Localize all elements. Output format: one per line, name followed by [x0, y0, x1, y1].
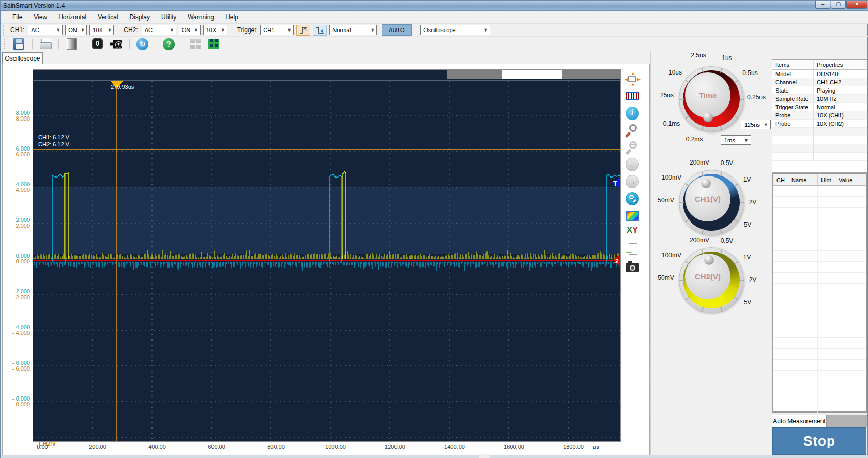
trigger-mode-select[interactable]: Normal▼: [329, 25, 377, 35]
waveform-plot[interactable]: 279.93us CH1: 6.12 V CH2: 6.12 V T 2: [33, 69, 621, 442]
export-button[interactable]: →: [625, 242, 640, 258]
chevron-down-icon: ▼: [369, 27, 376, 33]
menu-view[interactable]: View: [28, 11, 53, 23]
y-tick-ch2: - 4.000: [5, 330, 30, 336]
rising-edge-icon: [299, 25, 308, 35]
knob-tick: [734, 115, 738, 119]
info-icon: i: [626, 107, 639, 120]
measurement-cell: [818, 349, 835, 359]
knob-tick: [734, 183, 738, 187]
grid-view-button[interactable]: [207, 38, 220, 50]
measurement-cell: [835, 240, 866, 250]
status-grip[interactable]: [479, 454, 490, 458]
refresh-button[interactable]: ↻: [136, 38, 149, 50]
toolbar-grip[interactable]: [3, 25, 5, 35]
menu-warnning[interactable]: Warnning: [182, 11, 220, 23]
menu-file[interactable]: File: [7, 11, 28, 23]
measurement-cell: [788, 381, 818, 392]
measurement-cell: [788, 251, 818, 261]
print-button[interactable]: [39, 38, 52, 50]
maximize-button[interactable]: ▢: [831, 1, 846, 9]
property-item: [772, 144, 814, 152]
ch1-volts-knob[interactable]: CH1(V): [679, 170, 744, 235]
record-button[interactable]: [110, 38, 123, 50]
measurement-cell: [788, 284, 818, 294]
forward-arrow-icon: →: [626, 175, 639, 188]
trigger-mode-value: Normal: [332, 27, 351, 33]
time-knob-label: Time: [699, 91, 717, 100]
minus-glyph: [631, 144, 635, 145]
device-mode-select[interactable]: Oscilloscope▼: [420, 25, 490, 35]
save-button[interactable]: [12, 38, 26, 50]
display-button[interactable]: [65, 38, 79, 50]
chevron-down-icon: ▼: [482, 27, 490, 33]
stop-button[interactable]: Stop: [772, 427, 866, 455]
menu-vertical[interactable]: Vertical: [92, 11, 124, 23]
falling-edge-button[interactable]: [313, 25, 327, 36]
sample-display-button[interactable]: [625, 88, 640, 104]
measurement-cell: [773, 338, 788, 348]
properties-row: ChannelCH1 CH2: [772, 78, 867, 86]
ch1-coupling-select[interactable]: AC▼: [28, 25, 63, 35]
property-value: 10X (CH1): [814, 111, 867, 119]
measurement-cell: [835, 381, 866, 392]
measurement-cell: [835, 208, 866, 218]
measurement-cell: [818, 186, 835, 196]
separator: [85, 39, 85, 49]
pan-scrollbar-thumb[interactable]: [502, 70, 562, 79]
menu-help[interactable]: Help: [220, 11, 244, 23]
menu-utility[interactable]: Utility: [156, 11, 182, 23]
counter-reset-button[interactable]: 0: [92, 38, 105, 50]
ch1-probe-select[interactable]: 10X▼: [89, 25, 114, 35]
measurement-cell: [773, 186, 788, 196]
knob-tick: [685, 219, 689, 223]
channel-trigger-toolbar: CH1: AC▼ ON▼ 10X▼ CH2: AC▼ ON▼ 10X▼ Trig…: [1, 24, 868, 37]
history-back-button[interactable]: ←: [625, 157, 640, 172]
ch2-volts-knob[interactable]: CH2(V): [679, 247, 744, 313]
table-view-button[interactable]: [189, 38, 202, 50]
auto-button[interactable]: AUTO: [382, 24, 412, 36]
time-knob-scale-label: 0.1ms: [663, 120, 680, 127]
ch1-state-select[interactable]: ON▼: [65, 25, 87, 35]
zoom-in-button[interactable]: [625, 123, 640, 138]
screenshot-button[interactable]: [625, 259, 640, 275]
properties-row: [772, 153, 867, 161]
info-button[interactable]: i: [625, 106, 640, 121]
knob-tick: [740, 99, 744, 100]
tab-auto-measurement[interactable]: Auto Measurement: [772, 415, 827, 427]
ch2-coupling-select[interactable]: AC▼: [142, 25, 176, 35]
help-button[interactable]: ?: [162, 38, 176, 50]
xy-mode-button[interactable]: XY: [625, 225, 640, 241]
measurement-cell: [835, 218, 866, 229]
time-knob[interactable]: Time: [679, 66, 744, 131]
color-palette-button[interactable]: [625, 208, 640, 224]
ch2-knob-scale-label: 2V: [749, 276, 757, 284]
title-bar: SainSmart Version 1.4 – ▢ ×: [1, 1, 868, 11]
tab-oscilloscope[interactable]: Oscilloscope: [2, 52, 43, 64]
menu-display[interactable]: Display: [124, 11, 156, 23]
property-item: Probe: [772, 111, 814, 119]
minimize-button[interactable]: –: [815, 1, 830, 9]
ch2-state-select[interactable]: ON▼: [179, 25, 201, 35]
history-forward-button[interactable]: →: [625, 174, 640, 189]
measurement-cell: [773, 273, 788, 283]
menu-horizontal[interactable]: Horizontal: [53, 11, 92, 23]
time-fine-select[interactable]: 125ns▼: [741, 120, 771, 129]
measurement-cell: [788, 262, 818, 272]
rising-edge-button[interactable]: [296, 25, 310, 36]
help-icon: ?: [163, 38, 175, 50]
measurement-cell: [773, 262, 788, 272]
ch2-probe-select[interactable]: 10X▼: [203, 25, 227, 35]
measurement-cell: [788, 240, 818, 250]
trigger-source-select[interactable]: CH1▼: [260, 25, 294, 35]
fit-screen-button[interactable]: ▲▼◀▶: [625, 71, 640, 87]
property-value: Normal: [814, 103, 867, 111]
zoom-out-button[interactable]: [625, 140, 640, 155]
measurement-cell: [788, 186, 818, 196]
time-base-select[interactable]: 1ms▼: [721, 135, 751, 145]
toolbar-grip[interactable]: [4, 39, 6, 49]
close-button[interactable]: ×: [846, 1, 867, 9]
ch2-coupling-value: AC: [145, 27, 153, 33]
search-zoom-button[interactable]: [625, 191, 640, 206]
property-item: Model: [772, 70, 814, 78]
